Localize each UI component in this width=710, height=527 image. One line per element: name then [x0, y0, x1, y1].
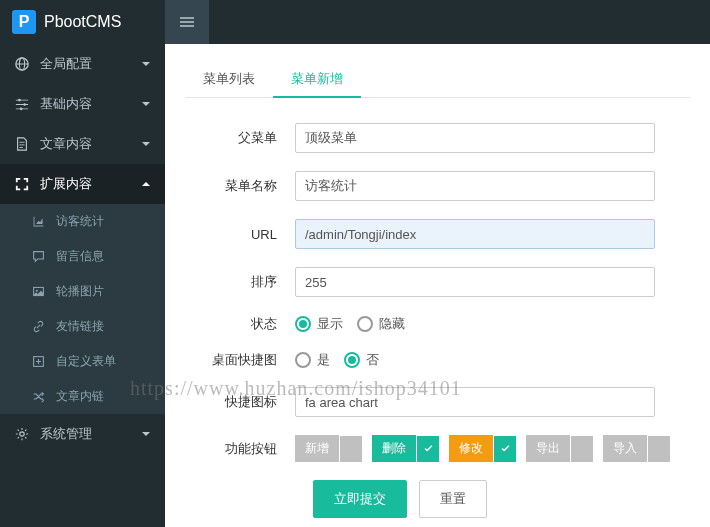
sidebar: 全局配置 基础内容 文章内容 扩展内容 访客统计 留言信息 轮播图片 — [0, 44, 165, 527]
caret-down-icon — [141, 99, 151, 109]
comment-icon — [32, 250, 45, 263]
input-icon[interactable] — [295, 387, 655, 417]
fn-mod[interactable]: 修改 — [449, 435, 516, 462]
sidebar-sub-link[interactable]: 友情链接 — [0, 309, 165, 344]
sidebar-sub-label: 文章内链 — [56, 388, 104, 405]
sidebar-item-label: 全局配置 — [40, 55, 141, 73]
label-status: 状态 — [185, 315, 295, 333]
label-sort: 排序 — [185, 273, 295, 291]
sidebar-item-extend[interactable]: 扩展内容 — [0, 164, 165, 204]
tab-list[interactable]: 菜单列表 — [185, 62, 273, 97]
radio-status-show[interactable]: 显示 — [295, 315, 343, 333]
svg-point-5 — [20, 108, 23, 111]
chart-icon — [32, 215, 45, 228]
sidebar-sub-message[interactable]: 留言信息 — [0, 239, 165, 274]
check-icon — [500, 443, 511, 454]
radio-status-hide[interactable]: 隐藏 — [357, 315, 405, 333]
gear-icon — [15, 427, 29, 441]
sidebar-sub-internal[interactable]: 文章内链 — [0, 379, 165, 414]
svg-point-3 — [18, 99, 21, 102]
sidebar-sub-visitor[interactable]: 访客统计 — [0, 204, 165, 239]
sidebar-item-label: 系统管理 — [40, 425, 141, 443]
input-url[interactable] — [295, 219, 655, 249]
sidebar-sub-label: 留言信息 — [56, 248, 104, 265]
sidebar-toggle[interactable] — [165, 0, 209, 44]
file-icon — [15, 137, 29, 151]
sidebar-sub-label: 友情链接 — [56, 318, 104, 335]
caret-down-icon — [141, 139, 151, 149]
brand-logo: P PbootCMS — [0, 0, 165, 44]
reset-button[interactable]: 重置 — [419, 480, 487, 518]
logo-icon: P — [12, 10, 36, 34]
shuffle-icon — [32, 390, 45, 403]
link-icon — [32, 320, 45, 333]
svg-point-7 — [35, 290, 37, 292]
radio-shortcut-yes[interactable]: 是 — [295, 351, 330, 369]
caret-up-icon — [141, 179, 151, 189]
input-sort[interactable] — [295, 267, 655, 297]
label-fn: 功能按钮 — [185, 440, 295, 458]
sidebar-item-system[interactable]: 系统管理 — [0, 414, 165, 454]
caret-down-icon — [141, 429, 151, 439]
sidebar-sub-label: 访客统计 — [56, 213, 104, 230]
fn-imp[interactable]: 导入 — [603, 435, 670, 462]
globe-icon — [15, 57, 29, 71]
label-shortcut: 桌面快捷图 — [185, 351, 295, 369]
input-parent[interactable] — [295, 123, 655, 153]
svg-point-9 — [20, 432, 24, 436]
sidebar-item-label: 基础内容 — [40, 95, 141, 113]
sidebar-sub-label: 轮播图片 — [56, 283, 104, 300]
expand-icon — [15, 177, 29, 191]
sidebar-item-article[interactable]: 文章内容 — [0, 124, 165, 164]
fn-del[interactable]: 删除 — [372, 435, 439, 462]
sidebar-item-basic[interactable]: 基础内容 — [0, 84, 165, 124]
label-parent: 父菜单 — [185, 129, 295, 147]
plus-square-icon — [32, 355, 45, 368]
menu-icon — [179, 14, 195, 30]
caret-down-icon — [141, 59, 151, 69]
input-name[interactable] — [295, 171, 655, 201]
sidebar-item-label: 文章内容 — [40, 135, 141, 153]
sidebar-sub-label: 自定义表单 — [56, 353, 116, 370]
label-name: 菜单名称 — [185, 177, 295, 195]
fn-exp[interactable]: 导出 — [526, 435, 593, 462]
svg-point-4 — [23, 103, 26, 106]
sidebar-item-global[interactable]: 全局配置 — [0, 44, 165, 84]
sliders-icon — [15, 97, 29, 111]
sidebar-item-label: 扩展内容 — [40, 175, 141, 193]
main-content: 菜单列表 菜单新增 父菜单 菜单名称 URL 排序 状态 显示 隐藏 桌面快捷 — [165, 44, 710, 527]
fn-add[interactable]: 新增 — [295, 435, 362, 462]
sidebar-sub-form[interactable]: 自定义表单 — [0, 344, 165, 379]
brand-text: PbootCMS — [44, 13, 121, 31]
check-icon — [423, 443, 434, 454]
tab-add[interactable]: 菜单新增 — [273, 62, 361, 98]
label-url: URL — [185, 227, 295, 242]
image-icon — [32, 285, 45, 298]
tabs: 菜单列表 菜单新增 — [185, 62, 690, 98]
radio-shortcut-no[interactable]: 否 — [344, 351, 379, 369]
submit-button[interactable]: 立即提交 — [313, 480, 407, 518]
label-icon: 快捷图标 — [185, 393, 295, 411]
sidebar-sub-slide[interactable]: 轮播图片 — [0, 274, 165, 309]
